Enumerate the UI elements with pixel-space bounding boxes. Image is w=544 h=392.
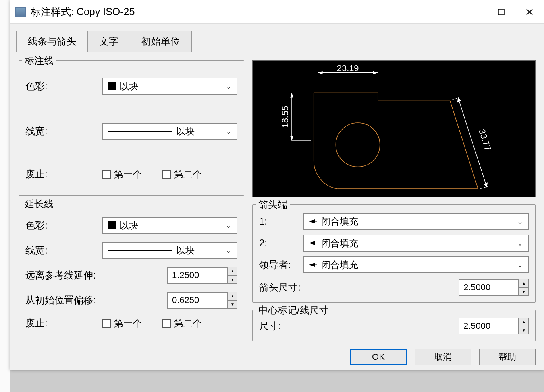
extension-line-legend: 延长线 bbox=[22, 198, 56, 210]
tab-lines-arrows[interactable]: 线条与箭头 bbox=[16, 31, 88, 52]
svg-point-4 bbox=[336, 123, 380, 167]
arrow-leader-label: 领导者: bbox=[259, 258, 303, 271]
arrowheads-legend: 箭头端 bbox=[256, 198, 290, 211]
arrow-size-input[interactable] bbox=[459, 279, 519, 296]
center-mark-group: 中心标记/线尺寸 尺寸: ▲ ▼ bbox=[252, 310, 536, 341]
ok-button[interactable]: OK bbox=[350, 349, 407, 365]
arrowheads-group: 箭头端 1: 闭合填充 ⌄ 2: bbox=[252, 204, 536, 303]
spin-up-button[interactable]: ▲ bbox=[519, 279, 529, 287]
center-size-input[interactable] bbox=[459, 318, 519, 334]
arrow-second-label: 2: bbox=[259, 237, 303, 249]
center-size-label: 尺寸: bbox=[259, 320, 459, 332]
preview-dim-diag: 33.77 bbox=[477, 128, 493, 152]
line-sample-icon bbox=[108, 250, 172, 251]
spin-up-button[interactable]: ▲ bbox=[228, 292, 237, 300]
arrow-second-combo[interactable]: 闭合填充 ⌄ bbox=[303, 235, 529, 252]
tab-primary-units[interactable]: 初始单位 bbox=[130, 31, 192, 52]
help-button[interactable]: 帮助 bbox=[479, 349, 536, 365]
dimension-line-legend: 标注线 bbox=[22, 54, 56, 67]
maximize-button[interactable] bbox=[487, 0, 515, 24]
extline-extend-input[interactable] bbox=[167, 267, 228, 284]
arrow-first-label: 1: bbox=[259, 216, 303, 227]
closed-filled-arrow-icon bbox=[309, 240, 317, 246]
line-sample-icon bbox=[108, 131, 172, 132]
chevron-down-icon: ⌄ bbox=[226, 127, 232, 136]
dialog-window: 标注样式: Copy ISO-25 线条与箭头 文字 初始单位 标注线 色彩: bbox=[10, 0, 544, 370]
dimline-suppress-label: 废止: bbox=[25, 168, 102, 181]
arrow-first-combo[interactable]: 闭合填充 ⌄ bbox=[303, 213, 529, 230]
preview-dim-left: 18.55 bbox=[280, 106, 290, 128]
arrow-leader-combo[interactable]: 闭合填充 ⌄ bbox=[303, 256, 529, 273]
preview-dim-top: 23.19 bbox=[337, 63, 359, 73]
closed-filled-arrow-icon bbox=[309, 219, 317, 224]
cancel-button[interactable]: 取消 bbox=[415, 349, 471, 365]
dimline-suppress-check2[interactable] bbox=[162, 170, 171, 179]
color-swatch-icon bbox=[108, 82, 116, 90]
dimline-color-label: 色彩: bbox=[25, 80, 102, 93]
close-button[interactable] bbox=[515, 0, 544, 24]
svg-rect-1 bbox=[498, 9, 504, 15]
dimline-lineweight-combo[interactable]: 以块 ⌄ bbox=[102, 123, 237, 140]
arrow-size-label: 箭头尺寸: bbox=[259, 281, 459, 294]
chevron-down-icon: ⌄ bbox=[517, 239, 523, 248]
tab-bar: 线条与箭头 文字 初始单位 bbox=[10, 30, 544, 52]
extline-suppress-check1[interactable] bbox=[102, 319, 111, 328]
chevron-down-icon: ⌄ bbox=[226, 246, 232, 255]
chevron-down-icon: ⌄ bbox=[226, 221, 232, 230]
chevron-down-icon: ⌄ bbox=[517, 260, 523, 269]
spin-down-button[interactable]: ▼ bbox=[519, 287, 529, 296]
preview-canvas: 23.19 18.55 33.77 bbox=[252, 60, 536, 197]
svg-marker-6 bbox=[318, 71, 323, 74]
extline-color-combo[interactable]: 以块 ⌄ bbox=[102, 217, 237, 234]
svg-line-19 bbox=[480, 186, 488, 189]
spin-up-button[interactable]: ▲ bbox=[228, 267, 237, 275]
extline-offset-label: 从初始位置偏移: bbox=[25, 294, 167, 307]
spin-down-button[interactable]: ▼ bbox=[228, 300, 237, 309]
extline-color-label: 色彩: bbox=[25, 219, 102, 232]
chevron-down-icon: ⌄ bbox=[226, 82, 232, 91]
minimize-button[interactable] bbox=[459, 0, 487, 24]
spin-down-button[interactable]: ▼ bbox=[228, 275, 237, 284]
extline-extend-label: 远离参考线延伸: bbox=[25, 269, 167, 282]
svg-marker-11 bbox=[290, 93, 293, 98]
extline-suppress-check2[interactable] bbox=[162, 319, 171, 328]
svg-marker-12 bbox=[290, 136, 293, 141]
extline-offset-input[interactable] bbox=[167, 292, 228, 309]
dimline-suppress-check1[interactable] bbox=[102, 170, 111, 179]
spin-down-button[interactable]: ▼ bbox=[519, 326, 529, 334]
center-mark-legend: 中心标记/线尺寸 bbox=[256, 304, 331, 317]
dimline-color-combo[interactable]: 以块 ⌄ bbox=[102, 78, 237, 95]
app-icon bbox=[15, 7, 26, 17]
svg-marker-24 bbox=[309, 263, 315, 267]
extline-suppress-label: 废止: bbox=[25, 317, 102, 330]
window-title: 标注样式: Copy ISO-25 bbox=[31, 5, 135, 19]
spin-up-button[interactable]: ▲ bbox=[519, 318, 529, 326]
svg-marker-20 bbox=[309, 219, 315, 223]
svg-marker-22 bbox=[309, 241, 315, 245]
chevron-down-icon: ⌄ bbox=[517, 217, 523, 226]
svg-marker-7 bbox=[373, 71, 378, 74]
color-swatch-icon bbox=[108, 221, 116, 229]
closed-filled-arrow-icon bbox=[309, 262, 317, 268]
extline-lineweight-label: 线宽: bbox=[25, 244, 102, 257]
tab-text[interactable]: 文字 bbox=[87, 31, 130, 52]
dimline-lineweight-label: 线宽: bbox=[25, 125, 102, 138]
extline-lineweight-combo[interactable]: 以块 ⌄ bbox=[102, 242, 237, 259]
extension-line-group: 延长线 色彩: 以块 ⌄ 线宽: 以块 ⌄ 远离参考线延伸: bbox=[19, 204, 244, 336]
titlebar: 标注样式: Copy ISO-25 bbox=[10, 0, 544, 24]
dimension-line-group: 标注线 色彩: 以块 ⌄ 线宽: 以块 ⌄ 废止: bbox=[19, 60, 244, 196]
